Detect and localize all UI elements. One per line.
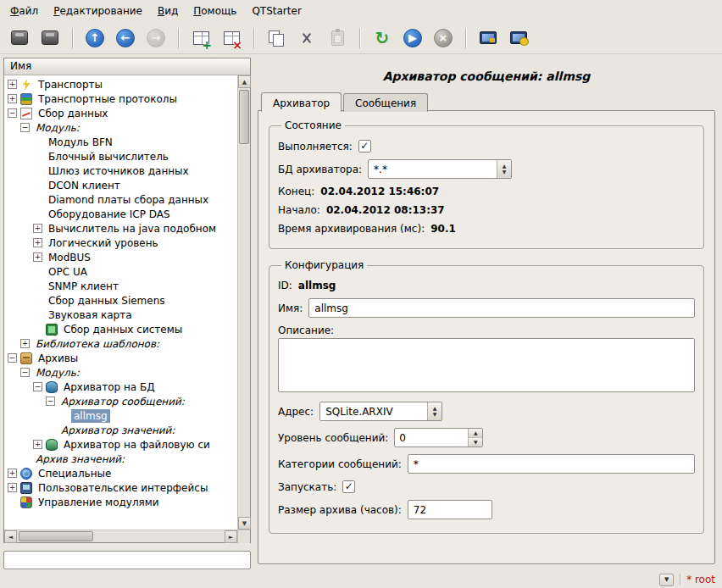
paste-button[interactable] [325, 25, 350, 51]
tree-item[interactable]: Оборудование ICP DAS [4, 207, 237, 221]
save-to-db-button[interactable] [37, 25, 63, 51]
statusbar: ▼ * root [0, 571, 722, 588]
menu-item-4[interactable]: QTStarter [245, 2, 308, 20]
tree-item[interactable]: +Архиватор на файловую си [4, 437, 237, 452]
message-categories-input[interactable] [408, 454, 695, 474]
tree-expander-icon[interactable]: − [33, 382, 42, 391]
tree-expander-icon[interactable]: + [33, 252, 42, 262]
tree-item[interactable]: OPC UA [4, 264, 237, 279]
tree-expander-icon[interactable]: − [8, 353, 17, 363]
tree-item[interactable]: Шлюз источников данных [4, 164, 237, 178]
scrollbar-track[interactable] [17, 530, 225, 542]
tree-expander-icon[interactable]: + [20, 339, 30, 348]
scroll-down-icon[interactable]: ▼ [238, 517, 251, 530]
description-label: Описание: [278, 325, 334, 336]
tree-expander-icon[interactable]: − [20, 368, 30, 377]
add-item-button[interactable]: + [188, 25, 214, 51]
message-level-spinbox[interactable]: ▲ ▼ [394, 428, 483, 447]
statusbar-separator [680, 574, 680, 585]
stop-button[interactable]: × [430, 25, 456, 51]
tree-item[interactable]: −Модуль: [4, 365, 237, 380]
scroll-left-icon[interactable]: ◄ [4, 530, 17, 543]
archiving-time-value: 90.1 [430, 223, 456, 235]
scrollbar-thumb[interactable] [239, 90, 249, 144]
tree-item[interactable]: +Библиотека шаблонов: [4, 336, 237, 351]
tree-item[interactable]: Diamond платы сбора данных [4, 192, 237, 207]
run-checkbox[interactable]: ✓ [342, 480, 355, 493]
archive-size-input[interactable] [408, 500, 492, 519]
refresh-button[interactable]: ↻ [369, 25, 395, 51]
tree-expander-icon[interactable]: − [46, 397, 55, 406]
forward-button[interactable]: → [143, 25, 169, 51]
tree-expander-icon[interactable]: + [33, 238, 42, 247]
tree-item[interactable]: Сбор данных системы [4, 322, 237, 336]
load-from-db-button[interactable] [7, 25, 32, 51]
statusbar-dropdown-icon[interactable]: ▼ [659, 574, 674, 586]
scroll-up-icon[interactable]: ▲ [238, 75, 251, 88]
scrollbar-thumb[interactable] [19, 531, 93, 541]
tree-item[interactable]: Архиватор значений: [4, 423, 237, 437]
tree-item[interactable]: −Архивы [4, 351, 237, 365]
tree-expander-icon[interactable]: − [20, 123, 30, 132]
tree-item[interactable]: Звуковая карта [4, 308, 237, 322]
copy-button[interactable] [264, 25, 289, 51]
archiver-db-combobox[interactable]: *.* ▲▼ [368, 159, 512, 179]
tree-item[interactable]: −Сбор данных [4, 106, 237, 120]
tree-item[interactable]: Сбор данных Siemens [4, 293, 237, 308]
tree-item[interactable]: −Архиватор сообщений: [4, 394, 237, 408]
menu-item-3[interactable]: Помощь [186, 2, 243, 20]
start-button[interactable]: ▶ [400, 25, 425, 51]
menu-item-2[interactable]: Вид [151, 2, 185, 20]
address-combobox[interactable]: SQLite.ARXIV ▲▼ [319, 402, 442, 421]
message-level-input[interactable] [395, 429, 468, 447]
tree-vertical-scrollbar[interactable]: ▲ ▼ [237, 75, 250, 530]
tree-item[interactable]: −Модуль: [4, 120, 237, 135]
name-input[interactable] [308, 298, 695, 318]
up-level-button[interactable]: ↑ [82, 25, 108, 51]
tree-item[interactable]: allmsg [4, 408, 237, 423]
command-input[interactable] [3, 551, 251, 569]
tree-expander-icon[interactable]: + [8, 483, 17, 492]
menu-item-0[interactable]: Файл [3, 2, 45, 20]
cut-button[interactable] [294, 25, 319, 51]
tree-expander-icon[interactable]: + [8, 469, 17, 478]
menu-item-1[interactable]: Редактирование [47, 2, 149, 20]
tree-expander-icon[interactable]: + [33, 224, 42, 233]
tree-item-label: Архиватор на БД [61, 380, 158, 394]
tree-item[interactable]: Архив значений: [4, 452, 237, 466]
spin-up-icon[interactable]: ▲ [469, 429, 482, 438]
back-arrow-icon: ← [116, 29, 135, 47]
tree-expander-icon[interactable]: − [8, 108, 17, 118]
tree-item[interactable]: SNMP клиент [4, 279, 237, 293]
description-textarea[interactable] [278, 338, 695, 392]
tree-item[interactable]: Блочный вычислитель [4, 149, 237, 164]
tree-item[interactable]: −Архиватор на БД [4, 380, 237, 394]
delete-item-button[interactable]: × [219, 25, 244, 51]
tab-archivator[interactable]: Архиватор [261, 92, 342, 112]
qtcfg-button[interactable] [475, 25, 501, 51]
tree-item[interactable]: +Логический уровень [4, 236, 237, 250]
tab-messages[interactable]: Сообщения [343, 93, 428, 112]
tree-item[interactable]: +Транспортные протоколы [4, 92, 237, 106]
combo-arrows-icon[interactable]: ▲▼ [497, 160, 511, 178]
spin-down-icon[interactable]: ▼ [469, 438, 482, 447]
protocol-icon [20, 93, 32, 105]
tree-horizontal-scrollbar[interactable]: ◄ ► [4, 530, 237, 542]
running-checkbox[interactable]: ✓ [358, 140, 371, 153]
tree-item[interactable]: +Специальные [4, 466, 237, 480]
tree-item[interactable]: +Пользовательские интерфейсы [4, 480, 237, 495]
tree-item[interactable]: +Вычислитель на java подобном [4, 221, 237, 236]
vision-button[interactable] [506, 25, 531, 51]
tree-item[interactable]: +ModBUS [4, 250, 237, 264]
tree-item[interactable]: +Транспорты [4, 77, 237, 92]
tree-expander-icon[interactable]: + [8, 80, 17, 89]
scrollbar-track[interactable] [238, 88, 250, 517]
scroll-right-icon[interactable]: ► [225, 530, 237, 543]
tree-expander-icon[interactable]: + [8, 94, 17, 103]
tree-item[interactable]: Управление модулями [4, 495, 237, 509]
combo-arrows-icon[interactable]: ▲▼ [427, 402, 442, 420]
tree-item[interactable]: Модуль BFN [4, 135, 237, 149]
tree-item[interactable]: DCON клиент [4, 178, 237, 192]
tree-expander-icon[interactable]: + [33, 440, 42, 449]
back-button[interactable]: ← [113, 25, 138, 51]
